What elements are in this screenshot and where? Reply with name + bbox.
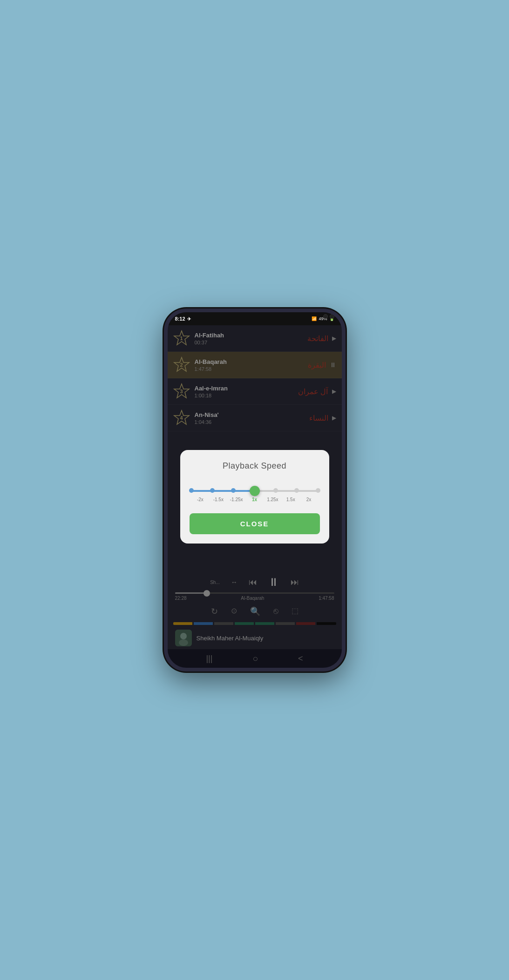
- status-time: 8:12 ✈: [175, 316, 191, 322]
- speed-dot-6[interactable]: [294, 488, 299, 493]
- speed-dot-7[interactable]: [316, 488, 320, 493]
- speed-dot-2[interactable]: [210, 488, 215, 493]
- wifi-icon: 📶: [312, 316, 317, 321]
- slider-track-filled: [191, 490, 255, 492]
- speed-dot-3[interactable]: [231, 488, 236, 493]
- time-display: 8:12: [175, 316, 185, 322]
- modal-title: Playback Speed: [223, 461, 286, 471]
- app-content: 1 Al-Fatihah 00:37 الفاتحة ▶ 2 Al: [168, 325, 342, 668]
- speed-dot-5[interactable]: [273, 488, 278, 493]
- speed-slider-container: -2x -1.5x -1.25x 1x 1.25x 1.5x 2x: [190, 484, 320, 502]
- close-button[interactable]: CLOSE: [190, 513, 320, 534]
- camera-dot-1: [323, 314, 328, 319]
- status-bar: 8:12 ✈ 📶 49% 🔋: [168, 312, 342, 325]
- playback-speed-modal: Playback Speed: [180, 450, 329, 544]
- speed-dot-1[interactable]: [189, 488, 194, 493]
- phone-frame: 8:12 ✈ 📶 49% 🔋 1: [164, 309, 346, 671]
- camera-dot-2: [330, 314, 334, 319]
- modal-overlay: Playback Speed: [168, 325, 342, 668]
- camera-area: [323, 314, 334, 319]
- flight-mode-icon: ✈: [187, 316, 191, 322]
- speed-thumb[interactable]: [250, 486, 260, 496]
